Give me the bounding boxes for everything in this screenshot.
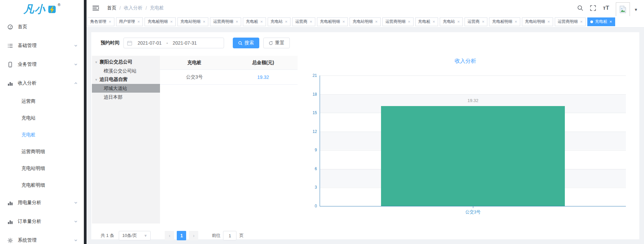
view-tab[interactable]: 充电桩 × [415,17,438,26]
chevron-up-icon [74,81,78,85]
close-icon[interactable]: × [285,19,288,24]
view-tab[interactable]: 充电站 × [440,17,463,26]
bar-chart-icon [7,200,13,206]
logo-text: 凡小 [23,2,46,16]
current-page-button[interactable]: 1 [177,231,186,240]
close-icon[interactable]: × [342,19,345,24]
sidebar-toggle-icon[interactable] [93,5,99,11]
close-icon[interactable]: × [515,19,517,24]
chevron-down-icon [74,44,78,48]
font-size-icon[interactable]: тT [603,5,609,11]
view-tab[interactable]: 充电桩 × [243,17,266,26]
gear-icon [7,238,13,243]
page-buttons: ‹ 1 › [165,231,198,240]
tree-expand-icon[interactable]: ▾ [95,78,97,82]
view-tab[interactable]: 充电站 × [268,17,291,26]
active-dot [590,20,593,23]
close-icon[interactable]: × [457,19,460,24]
sidebar-item[interactable]: 首页 [0,17,84,36]
fullscreen-icon[interactable] [590,5,596,11]
sidebar-item[interactable]: 系统管理 [0,231,84,244]
close-icon[interactable]: × [433,19,435,24]
page-size-select[interactable]: 10条/页 ▼ [119,231,151,240]
close-icon[interactable]: × [375,19,378,24]
view-tab[interactable]: 运营商明细 × [555,17,586,26]
close-icon[interactable]: × [109,19,111,24]
reset-button[interactable]: 重置 [263,38,290,48]
bar-chart-icon [7,219,13,225]
tree-node-parent[interactable]: ▾ 追日电器自营 [92,75,160,84]
user-menu-caret-icon[interactable]: ▼ [634,7,638,12]
calendar-icon [127,41,132,46]
registered-mark: ® [58,3,60,7]
next-page-button[interactable]: › [189,231,198,240]
close-icon[interactable]: × [482,19,485,24]
search-icon[interactable] [577,5,583,11]
sidebar-subitem[interactable]: 充电桩明细 [0,177,84,193]
filter-label: 预约时间 [101,40,119,46]
view-tab[interactable]: 运营商 × [465,17,488,26]
prev-page-button[interactable]: ‹ [165,231,174,240]
list-icon [7,43,13,49]
close-icon[interactable]: × [203,19,206,24]
chart-bar[interactable] [381,106,565,206]
view-tab[interactable]: 充电站明细 × [177,17,209,26]
y-axis-tick-label: 18 [313,92,317,96]
broken-image-icon [619,5,627,14]
amount-cell[interactable]: 19.32 [229,75,298,80]
tree-expand-icon[interactable]: ▾ [95,60,97,64]
main-area: 首页 / 收入分析 / 充电桩 тT ▼ 角色管 [87,0,644,244]
start-date-input[interactable] [134,40,165,46]
sidebar-subitem[interactable]: 充电桩 [0,126,84,143]
income-chart: 收入分析 19.32 公交3号 036912151821 [298,56,633,224]
close-icon[interactable]: × [235,19,238,24]
search-button[interactable]: 搜索 [233,38,259,48]
close-icon[interactable]: × [260,19,263,24]
date-range-picker[interactable]: - [123,38,224,48]
view-tab[interactable]: 充电桩明细 × [489,17,520,26]
tree-node-child[interactable]: 追日本部 [92,93,160,101]
close-icon[interactable]: × [580,19,583,24]
view-tab[interactable]: 用户管理 × [116,17,143,26]
sidebar-subitem[interactable]: 运营商明细 [0,143,84,160]
avatar[interactable] [616,2,630,16]
view-tab[interactable]: 充电桩明细 × [145,17,176,26]
sidebar-scrollbar[interactable] [84,0,87,244]
y-axis-tick-label: 15 [313,111,317,115]
tree-node-child[interactable]: 邓城大道站 [92,84,160,93]
close-icon[interactable]: × [547,19,550,24]
view-tab[interactable]: 角色管理 × [87,17,114,26]
breadcrumb-home[interactable]: 首页 [107,5,116,11]
sidebar-subitem[interactable]: 充电站明细 [0,160,84,177]
breadcrumb-separator: / [146,5,147,11]
view-tab[interactable]: 运营商明细 × [210,17,241,26]
sidebar-item[interactable]: 收入分析 [0,74,84,93]
content-card: 预约时间 - 搜索 [91,32,639,239]
goto-page-input[interactable] [223,231,236,240]
sidebar-item[interactable]: 用电量分析 [0,193,84,212]
goto-page: 前往 页 [212,231,244,240]
tree-node-child[interactable]: 檀溪公交公司站 [92,66,160,75]
breadcrumb-income-analysis[interactable]: 收入分析 [124,5,143,11]
close-icon[interactable]: × [138,19,140,24]
view-tab[interactable]: 充电站明细 × [350,17,381,26]
view-tab[interactable]: 充电站明细 × [522,17,553,26]
view-tab[interactable]: 充电桩明细 × [317,17,348,26]
tree-node-parent[interactable]: ▾ 襄阳公交总公司 [92,58,160,66]
sidebar-item[interactable]: 订单量分析 [0,212,84,231]
top-navbar: 首页 / 收入分析 / 充电桩 тT ▼ [87,0,644,16]
sidebar-subitem[interactable]: 运营商 [0,93,84,109]
close-icon[interactable]: × [609,19,612,24]
sidebar-item[interactable]: 基础管理 [0,36,84,55]
close-icon[interactable]: × [408,19,411,24]
close-icon[interactable]: × [310,19,312,24]
end-date-input[interactable] [169,40,200,46]
sidebar-item[interactable]: 业务管理 [0,55,84,74]
view-tab[interactable]: 运营商 × [292,17,315,26]
refresh-icon [269,41,273,45]
view-tab[interactable]: 运营商明细 × [382,17,414,26]
view-tab[interactable]: 充电桩 × [587,17,615,26]
chevron-down-icon [74,238,78,242]
close-icon[interactable]: × [170,19,173,24]
sidebar-subitem[interactable]: 充电站 [0,109,84,126]
